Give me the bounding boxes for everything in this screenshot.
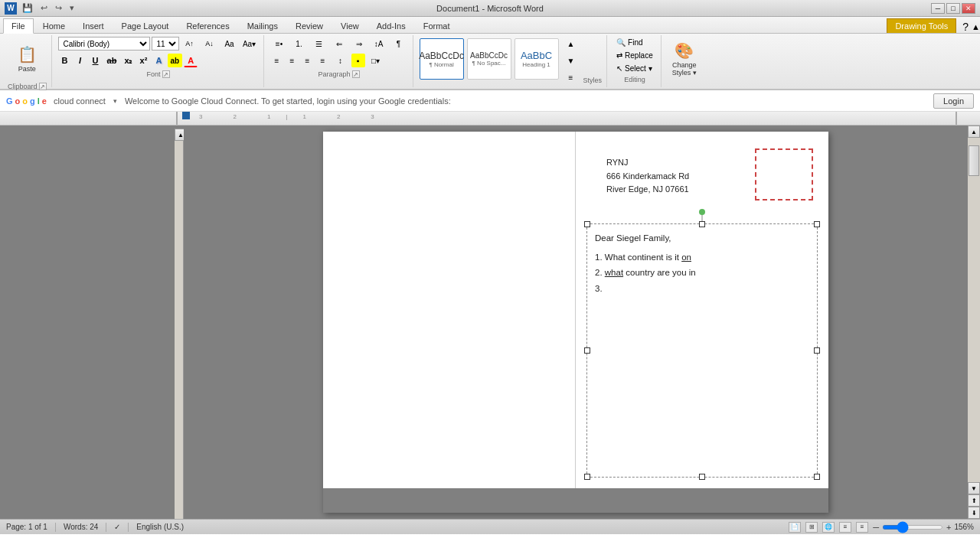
styles-more-btn[interactable]: ≡ — [562, 72, 580, 83]
handle-tl[interactable] — [584, 221, 590, 227]
web-layout-btn[interactable]: 🌐 — [822, 522, 835, 533]
handle-bl[interactable] — [584, 474, 590, 480]
zoom-level[interactable]: 156% — [954, 523, 974, 531]
rotate-handle[interactable] — [699, 209, 705, 215]
language-status[interactable]: English (U.S.) — [136, 523, 184, 531]
line-spacing-btn[interactable]: ↕ — [332, 54, 350, 67]
handle-tm[interactable] — [699, 221, 705, 227]
zoom-slider[interactable] — [882, 525, 943, 530]
change-styles-button[interactable]: 🎨 Change Styles ▾ — [668, 37, 701, 81]
border-btn[interactable]: □▾ — [367, 54, 385, 67]
scroll-down-btn[interactable]: ▼ — [968, 482, 980, 494]
decrease-indent-btn[interactable]: ⇐ — [330, 37, 348, 51]
tab-drawing-tools[interactable]: Drawing Tools — [887, 18, 956, 33]
align-center-btn[interactable]: ≡ — [286, 54, 299, 67]
handle-mr[interactable] — [814, 347, 820, 354]
handle-ml[interactable] — [584, 347, 590, 354]
show-marks-btn[interactable]: ¶ — [390, 37, 408, 51]
change-case-btn[interactable]: Aa▾ — [240, 37, 259, 51]
paragraph-expand-btn[interactable]: ↗ — [352, 70, 360, 78]
strikethrough-btn[interactable]: ab — [104, 54, 120, 67]
redo-quick-btn[interactable]: ↪ — [53, 2, 64, 14]
gcc-login-button[interactable]: Login — [933, 93, 974, 109]
zoom-out-btn[interactable]: ─ — [873, 523, 879, 532]
tab-mailings[interactable]: Mailings — [239, 18, 286, 33]
print-layout-btn[interactable]: 📄 — [789, 522, 801, 533]
sort-btn[interactable]: ↕A — [370, 37, 388, 51]
align-left-btn[interactable]: ≡ — [270, 54, 284, 67]
tab-add-ins[interactable]: Add-Ins — [368, 18, 414, 33]
numbered-list-btn[interactable]: 1. — [290, 37, 309, 51]
paste-button[interactable]: 📋 Paste — [10, 37, 44, 81]
font-name-select[interactable]: Calibri (Body) — [58, 37, 150, 51]
tab-home[interactable]: Home — [34, 18, 74, 33]
left-scrollbar-area: ▲ — [175, 129, 184, 519]
styles-scroll-down-btn[interactable]: ▼ — [562, 55, 580, 66]
handle-tr[interactable] — [814, 221, 820, 227]
text-effect-btn[interactable]: A — [152, 54, 166, 67]
tab-references[interactable]: References — [178, 18, 237, 33]
text-highlight-btn[interactable]: ab — [168, 54, 183, 67]
gcc-message: Welcome to Google Cloud Connect. To get … — [125, 96, 926, 106]
tab-review[interactable]: Review — [287, 18, 332, 33]
full-screen-btn[interactable]: ⊞ — [805, 522, 818, 533]
gcc-dropdown-btn[interactable]: ▾ — [113, 97, 117, 105]
help-icon[interactable]: ? — [962, 21, 969, 33]
tab-insert[interactable]: Insert — [74, 18, 113, 33]
select-button[interactable]: ↖ Select ▾ — [613, 63, 655, 74]
justify-btn[interactable]: ≡ — [316, 54, 330, 67]
word-icon: W — [5, 2, 17, 15]
font-color-btn[interactable]: A — [184, 54, 198, 67]
outline-btn[interactable]: ≡ — [839, 522, 851, 533]
shading-btn[interactable]: ▪ — [351, 54, 365, 67]
bold-btn[interactable]: B — [58, 54, 72, 67]
italic-btn[interactable]: I — [74, 54, 87, 67]
font-expand-btn[interactable]: ↗ — [162, 70, 170, 78]
ruler-tab-marker — [182, 112, 190, 119]
undo-quick-btn[interactable]: ↩ — [38, 2, 50, 14]
replace-button[interactable]: ⇄ Replace — [613, 50, 656, 61]
minimize-button[interactable]: ─ — [931, 3, 945, 14]
tab-format[interactable]: Format — [415, 18, 459, 33]
superscript-btn[interactable]: x² — [137, 54, 151, 67]
increase-indent-btn[interactable]: ⇒ — [350, 37, 368, 51]
restore-button[interactable]: □ — [946, 3, 960, 14]
draft-btn[interactable]: ≡ — [856, 522, 868, 533]
handle-br[interactable] — [814, 474, 820, 480]
align-right-btn[interactable]: ≡ — [301, 54, 315, 67]
font-size-select[interactable]: 11 — [152, 37, 179, 51]
style-heading1-btn[interactable]: AaBbC Heading 1 — [514, 38, 559, 80]
text-box[interactable]: Dear Siegel Family, 1. What continent is… — [586, 223, 818, 478]
scroll-up-btn[interactable]: ▲ — [968, 126, 980, 138]
font-shrink-btn[interactable]: A↓ — [201, 37, 219, 51]
tab-file[interactable]: File — [3, 18, 34, 34]
close-button[interactable]: ✕ — [962, 3, 975, 14]
scroll-thumb[interactable] — [969, 145, 979, 176]
scroll-page-up-btn[interactable]: ⬆ — [968, 494, 980, 507]
find-button[interactable]: 🔍 Find — [613, 37, 645, 48]
zoom-in-btn[interactable]: + — [946, 523, 951, 532]
paragraph-group: ≡• 1. ☰ ⇐ ⇒ ↕A ¶ ≡ ≡ ≡ ≡ ↕ ▪ □▾ Paragrap… — [266, 35, 413, 87]
tab-view[interactable]: View — [332, 18, 368, 33]
ribbon-collapse-icon[interactable]: ▲ — [972, 22, 980, 31]
address-name: RYNJ — [606, 156, 689, 170]
style-normal-btn[interactable]: AaBbCcDc ¶ Normal — [420, 38, 464, 80]
subscript-btn[interactable]: x₂ — [121, 54, 135, 67]
handle-bm[interactable] — [699, 474, 705, 480]
save-quick-btn[interactable]: 💾 — [20, 2, 35, 14]
spell-check-icon[interactable]: ✓ — [114, 523, 120, 531]
clipboard-expand-btn[interactable]: ↗ — [39, 83, 47, 90]
tab-page-layout[interactable]: Page Layout — [113, 18, 178, 33]
ruler: 3 2 1 | 1 2 3 — [0, 112, 980, 126]
font-grow-btn[interactable]: A↑ — [181, 37, 199, 51]
style-nospace-btn[interactable]: AaBbCcDc ¶ No Spac... — [467, 38, 511, 80]
styles-scroll-up-btn[interactable]: ▲ — [562, 38, 580, 49]
clear-format-btn[interactable]: Aa — [220, 37, 239, 51]
bullet-list-btn[interactable]: ≡• — [270, 37, 289, 51]
customize-quick-btn[interactable]: ▾ — [67, 2, 77, 14]
scroll-page-down-btn[interactable]: ⬇ — [968, 507, 980, 519]
editing-group: 🔍 Find ⇄ Replace ↖ Select ▾ Editing — [609, 35, 662, 87]
underline-btn[interactable]: U — [89, 54, 103, 67]
multilevel-list-btn[interactable]: ☰ — [310, 37, 328, 51]
address-city: River Edge, NJ 07661 — [606, 183, 689, 197]
